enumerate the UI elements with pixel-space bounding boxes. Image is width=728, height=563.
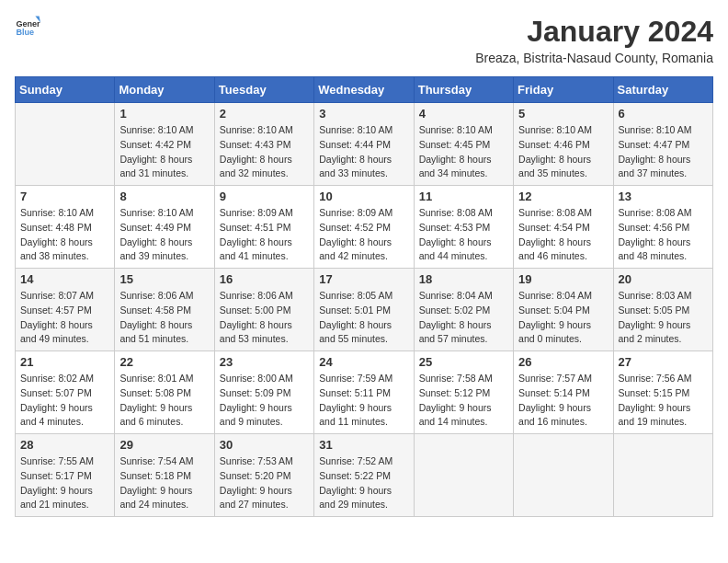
day-info: Sunrise: 8:10 AMSunset: 4:43 PMDaylight:…: [220, 123, 309, 181]
calendar-cell: 23Sunrise: 8:00 AMSunset: 5:09 PMDayligh…: [214, 351, 313, 434]
calendar-cell: 1Sunrise: 8:10 AMSunset: 4:42 PMDaylight…: [115, 103, 214, 186]
day-number: 30: [220, 438, 309, 452]
calendar-cell: 16Sunrise: 8:06 AMSunset: 5:00 PMDayligh…: [214, 269, 313, 351]
calendar-table: SundayMondayTuesdayWednesdayThursdayFrid…: [15, 76, 713, 517]
day-number: 15: [119, 272, 209, 286]
calendar-body: 1Sunrise: 8:10 AMSunset: 4:42 PMDaylight…: [16, 103, 713, 517]
subtitle: Breaza, Bistrita-Nasaud County, Romania: [475, 51, 713, 65]
calendar-week-5: 28Sunrise: 7:55 AMSunset: 5:17 PMDayligh…: [16, 434, 713, 517]
calendar-cell: 22Sunrise: 8:01 AMSunset: 5:08 PMDayligh…: [115, 351, 214, 434]
day-info: Sunrise: 8:04 AMSunset: 5:02 PMDaylight:…: [419, 289, 508, 347]
day-number: 21: [20, 355, 109, 369]
day-number: 6: [619, 107, 708, 121]
weekday-header-saturday: Saturday: [613, 77, 712, 103]
day-number: 12: [518, 190, 608, 203]
day-number: 1: [119, 107, 209, 121]
day-number: 19: [518, 272, 608, 286]
day-number: 22: [119, 355, 209, 369]
calendar-cell: 20Sunrise: 8:03 AMSunset: 5:05 PMDayligh…: [613, 269, 712, 351]
day-number: 18: [419, 272, 508, 286]
weekday-header-thursday: Thursday: [414, 77, 513, 103]
day-info: Sunrise: 8:08 AMSunset: 4:54 PMDaylight:…: [518, 206, 608, 264]
day-number: 31: [319, 438, 408, 452]
day-info: Sunrise: 8:10 AMSunset: 4:49 PMDaylight:…: [119, 206, 209, 264]
weekday-header-row: SundayMondayTuesdayWednesdayThursdayFrid…: [16, 77, 713, 103]
day-number: 2: [220, 107, 309, 121]
calendar-cell: [613, 434, 712, 517]
day-info: Sunrise: 7:52 AMSunset: 5:22 PMDaylight:…: [319, 454, 408, 512]
calendar-cell: 29Sunrise: 7:54 AMSunset: 5:18 PMDayligh…: [115, 434, 214, 517]
weekday-header-sunday: Sunday: [16, 77, 115, 103]
calendar-cell: [414, 434, 513, 517]
day-number: 10: [319, 190, 408, 203]
day-number: 13: [619, 190, 708, 203]
calendar-header: SundayMondayTuesdayWednesdayThursdayFrid…: [16, 77, 713, 103]
day-info: Sunrise: 8:06 AMSunset: 4:58 PMDaylight:…: [119, 289, 209, 347]
day-info: Sunrise: 7:58 AMSunset: 5:12 PMDaylight:…: [419, 372, 508, 430]
day-info: Sunrise: 8:03 AMSunset: 5:05 PMDaylight:…: [619, 289, 708, 347]
day-number: 25: [419, 355, 508, 369]
calendar-cell: 9Sunrise: 8:09 AMSunset: 4:51 PMDaylight…: [214, 186, 313, 269]
day-info: Sunrise: 8:05 AMSunset: 5:01 PMDaylight:…: [319, 289, 408, 347]
day-info: Sunrise: 8:10 AMSunset: 4:46 PMDaylight:…: [518, 123, 608, 181]
calendar-cell: [514, 434, 613, 517]
page-header: General Blue January 2024 Breaza, Bistri…: [15, 15, 713, 65]
day-info: Sunrise: 7:54 AMSunset: 5:18 PMDaylight:…: [119, 454, 209, 512]
day-info: Sunrise: 8:01 AMSunset: 5:08 PMDaylight:…: [119, 372, 209, 430]
weekday-header-tuesday: Tuesday: [214, 77, 313, 103]
day-info: Sunrise: 8:09 AMSunset: 4:52 PMDaylight:…: [319, 206, 408, 264]
calendar-cell: [16, 103, 115, 186]
day-number: 7: [20, 190, 109, 203]
day-number: 29: [119, 438, 209, 452]
day-number: 23: [220, 355, 309, 369]
calendar-cell: 5Sunrise: 8:10 AMSunset: 4:46 PMDaylight…: [514, 103, 613, 186]
svg-text:Blue: Blue: [16, 28, 34, 37]
day-number: 4: [419, 107, 508, 121]
calendar-cell: 31Sunrise: 7:52 AMSunset: 5:22 PMDayligh…: [314, 434, 414, 517]
calendar-week-3: 14Sunrise: 8:07 AMSunset: 4:57 PMDayligh…: [16, 269, 713, 351]
calendar-week-4: 21Sunrise: 8:02 AMSunset: 5:07 PMDayligh…: [16, 351, 713, 434]
day-number: 11: [419, 190, 508, 203]
day-number: 27: [619, 355, 708, 369]
day-number: 8: [119, 190, 209, 203]
calendar-week-1: 1Sunrise: 8:10 AMSunset: 4:42 PMDaylight…: [16, 103, 713, 186]
day-info: Sunrise: 8:10 AMSunset: 4:45 PMDaylight:…: [419, 123, 508, 181]
calendar-cell: 30Sunrise: 7:53 AMSunset: 5:20 PMDayligh…: [214, 434, 313, 517]
calendar-cell: 7Sunrise: 8:10 AMSunset: 4:48 PMDaylight…: [16, 186, 115, 269]
calendar-cell: 28Sunrise: 7:55 AMSunset: 5:17 PMDayligh…: [16, 434, 115, 517]
day-info: Sunrise: 7:56 AMSunset: 5:15 PMDaylight:…: [619, 372, 708, 430]
calendar-cell: 10Sunrise: 8:09 AMSunset: 4:52 PMDayligh…: [314, 186, 414, 269]
weekday-header-friday: Friday: [514, 77, 613, 103]
calendar-cell: 3Sunrise: 8:10 AMSunset: 4:44 PMDaylight…: [314, 103, 414, 186]
calendar-cell: 27Sunrise: 7:56 AMSunset: 5:15 PMDayligh…: [613, 351, 712, 434]
weekday-header-wednesday: Wednesday: [314, 77, 414, 103]
calendar-cell: 2Sunrise: 8:10 AMSunset: 4:43 PMDaylight…: [214, 103, 313, 186]
day-info: Sunrise: 8:06 AMSunset: 5:00 PMDaylight:…: [220, 289, 309, 347]
calendar-cell: 25Sunrise: 7:58 AMSunset: 5:12 PMDayligh…: [414, 351, 513, 434]
day-info: Sunrise: 8:07 AMSunset: 4:57 PMDaylight:…: [20, 289, 109, 347]
day-info: Sunrise: 8:04 AMSunset: 5:04 PMDaylight:…: [518, 289, 608, 347]
day-info: Sunrise: 8:10 AMSunset: 4:42 PMDaylight:…: [119, 123, 209, 181]
calendar-cell: 14Sunrise: 8:07 AMSunset: 4:57 PMDayligh…: [16, 269, 115, 351]
day-number: 17: [319, 272, 408, 286]
day-info: Sunrise: 8:08 AMSunset: 4:53 PMDaylight:…: [419, 206, 508, 264]
calendar-cell: 18Sunrise: 8:04 AMSunset: 5:02 PMDayligh…: [414, 269, 513, 351]
day-number: 24: [319, 355, 408, 369]
logo-icon: General Blue: [15, 15, 40, 40]
calendar-cell: 21Sunrise: 8:02 AMSunset: 5:07 PMDayligh…: [16, 351, 115, 434]
day-info: Sunrise: 8:02 AMSunset: 5:07 PMDaylight:…: [20, 372, 109, 430]
day-number: 3: [319, 107, 408, 121]
day-info: Sunrise: 8:10 AMSunset: 4:48 PMDaylight:…: [20, 206, 109, 264]
calendar-cell: 8Sunrise: 8:10 AMSunset: 4:49 PMDaylight…: [115, 186, 214, 269]
day-number: 28: [20, 438, 109, 452]
day-number: 26: [518, 355, 608, 369]
day-info: Sunrise: 8:00 AMSunset: 5:09 PMDaylight:…: [220, 372, 309, 430]
title-block: January 2024 Breaza, Bistrita-Nasaud Cou…: [475, 15, 713, 65]
day-number: 9: [220, 190, 309, 203]
svg-text:General: General: [16, 19, 40, 29]
day-info: Sunrise: 7:55 AMSunset: 5:17 PMDaylight:…: [20, 454, 109, 512]
day-number: 14: [20, 272, 109, 286]
day-info: Sunrise: 8:08 AMSunset: 4:56 PMDaylight:…: [619, 206, 708, 264]
day-info: Sunrise: 7:53 AMSunset: 5:20 PMDaylight:…: [220, 454, 309, 512]
day-info: Sunrise: 8:09 AMSunset: 4:51 PMDaylight:…: [220, 206, 309, 264]
